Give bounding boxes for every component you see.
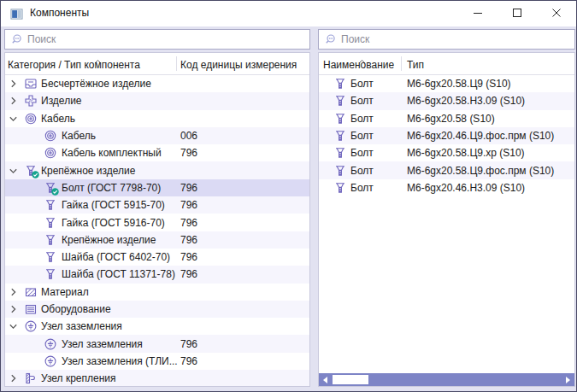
component-name: Болт [350, 113, 374, 125]
component-table: Наименование Тип БолтМ6-6gx20.58.Ц9 (S10… [318, 52, 575, 387]
material-icon [24, 285, 38, 299]
tree-row[interactable]: Узел заземления [5, 318, 309, 335]
scroll-left-icon[interactable] [323, 377, 327, 383]
component-name: Болт [350, 165, 374, 177]
tree-row-label: Узел заземления (ТЛИ... [62, 355, 178, 367]
component-type: М6-6gx20.46.Ц9.фос.прм (S10) [407, 130, 554, 142]
unit-code-value: 796 [180, 199, 197, 211]
unit-code-value: 796 [180, 234, 197, 246]
component-type: М6-6gx20.58.Ц9.фос.прм (S10) [407, 165, 554, 177]
column-divider[interactable] [176, 56, 177, 71]
tree-row[interactable]: Узел заземления (ТЛИ...796 [5, 353, 309, 370]
component-type: М6-6gx20.58.Ц9 (S10) [407, 78, 511, 90]
column-header-category[interactable]: Категория / Тип компонента [8, 59, 140, 71]
component-list-body: БолтМ6-6gx20.58.Ц9 (S10)БолтМ6-6gx20.58.… [319, 75, 574, 386]
tree-row[interactable]: Узел заземления796 [5, 335, 309, 352]
chevron-down-icon[interactable] [9, 322, 18, 331]
tree-row-label: Шайба (ГОСТ 11371-78) [62, 268, 175, 280]
close-button[interactable] [537, 1, 576, 26]
unit-code-value: 006 [180, 130, 197, 142]
component-name: Болт [350, 95, 374, 107]
component-type: М6-6gx20.58.Н3.09 (S10) [407, 95, 525, 107]
chevron-right-icon[interactable] [9, 287, 18, 296]
ground-icon [44, 354, 57, 368]
component-name: Болт [350, 182, 374, 194]
window-title: Компоненты [30, 1, 89, 26]
search-icon [10, 33, 23, 46]
tree-row[interactable]: Шайба (ГОСТ 6402-70)796 [5, 249, 309, 266]
tree-row[interactable]: Изделие [5, 92, 309, 109]
component-name: Болт [350, 147, 374, 159]
tree-row-label: Шайба (ГОСТ 6402-70) [62, 251, 170, 263]
tree-row[interactable]: Крепёжное изделие796 [5, 231, 309, 249]
scroll-right-icon[interactable] [566, 377, 570, 383]
unit-code-value: 796 [180, 268, 197, 280]
bolt-icon [333, 112, 347, 126]
component-search-input[interactable]: Поиск [318, 29, 575, 50]
titlebar: Компоненты [1, 1, 576, 26]
tree-row[interactable]: Гайка (ГОСТ 5916-70)796 [5, 214, 309, 231]
component-row[interactable]: БолтМ6-6gx20.46.Ц9.фос.прм (S10) [319, 127, 574, 144]
search-icon [324, 33, 337, 46]
minimize-button[interactable] [458, 1, 498, 26]
chevron-down-icon[interactable] [9, 166, 18, 175]
category-table: Категория / Тип компонента Код единицы и… [4, 52, 310, 387]
ground-icon [44, 337, 57, 351]
tree-row[interactable]: Шайба (ГОСТ 11371-78)796 [5, 266, 309, 283]
column-header-unit-code[interactable]: Код единицы измерения [180, 59, 297, 71]
component-name: Болт [350, 130, 374, 142]
unit-code-value: 796 [180, 355, 197, 367]
tree-row-label: Оборудование [41, 303, 111, 315]
tree-row[interactable]: Материал [5, 284, 309, 301]
component-row[interactable]: БолтМ6-6gx20.46.Н3.09 (S10) [319, 179, 574, 196]
unit-code-value: 796 [180, 217, 197, 229]
tree-row[interactable]: Узел крепления [5, 370, 309, 387]
bolt-icon [333, 164, 347, 178]
column-divider[interactable] [401, 56, 402, 71]
maximize-button[interactable] [498, 1, 537, 26]
components-window: Компоненты [0, 0, 577, 392]
tree-row-label: Узел заземления [62, 338, 143, 350]
bolt-icon [333, 94, 347, 108]
column-header-name[interactable]: Наименование [323, 59, 394, 71]
tree-row-label: Крепёжное изделие [62, 234, 156, 246]
unit-code-value: 796 [180, 251, 197, 263]
component-row[interactable]: БолтМ6-6gx20.58.Н3.09 (S10) [319, 92, 574, 109]
component-row[interactable]: БолтМ6-6gx20.58 (S10) [319, 110, 574, 127]
tree-row[interactable]: Кабель [5, 110, 309, 127]
tree-row[interactable]: Болт (ГОСТ 7798-70)796 [5, 179, 309, 196]
component-type: М6-6gx20.58 (S10) [407, 113, 495, 125]
scrollbar-thumb[interactable] [333, 375, 368, 384]
component-row[interactable]: БолтМ6-6gx20.58.Ц9.фос.прм (S10) [319, 161, 574, 178]
tree-row-label: Кабель [62, 130, 96, 142]
check-badge-icon [32, 171, 39, 178]
tree-row[interactable]: Оборудование [5, 301, 309, 318]
chevron-right-icon[interactable] [9, 374, 18, 383]
category-tree-body: Бесчертёжное изделиеИзделиеКабельКабель0… [5, 75, 309, 386]
bolt-icon [333, 129, 347, 143]
category-table-header: Категория / Тип компонента Код единицы и… [5, 53, 309, 75]
category-search-input[interactable]: Поиск [4, 29, 310, 50]
tree-row[interactable]: Кабель006 [5, 127, 309, 144]
column-header-type[interactable]: Тип [407, 59, 424, 71]
tree-row-label: Кабель [41, 113, 75, 125]
chevron-right-icon[interactable] [9, 79, 18, 89]
component-row[interactable]: БолтМ6-6gx20.58.Ц9.хр (S10) [319, 144, 574, 161]
horizontal-scrollbar[interactable] [319, 373, 574, 386]
unit-code-value: 796 [180, 147, 197, 159]
component-row[interactable]: БолтМ6-6gx20.58.Ц9 (S10) [319, 75, 574, 92]
unit-code-value: 796 [180, 182, 197, 194]
tree-row[interactable]: Бесчертёжное изделие [5, 75, 309, 92]
tree-row-label: Узел заземления [41, 320, 122, 332]
component-type: М6-6gx20.46.Н3.09 (S10) [407, 182, 525, 194]
tree-row-label: Узел крепления [41, 372, 116, 384]
chevron-right-icon[interactable] [9, 97, 18, 106]
chevron-down-icon[interactable] [9, 114, 18, 123]
tree-row[interactable]: Крепёжное изделие [5, 161, 309, 178]
tree-row[interactable]: Гайка (ГОСТ 5915-70)796 [5, 196, 309, 214]
chevron-right-icon[interactable] [9, 305, 18, 314]
tree-row[interactable]: Кабель комплектный796 [5, 144, 309, 161]
tree-row-label: Изделие [41, 95, 82, 107]
tree-row-label: Гайка (ГОСТ 5916-70) [62, 217, 165, 229]
tree-row-label: Кабель комплектный [62, 147, 162, 159]
